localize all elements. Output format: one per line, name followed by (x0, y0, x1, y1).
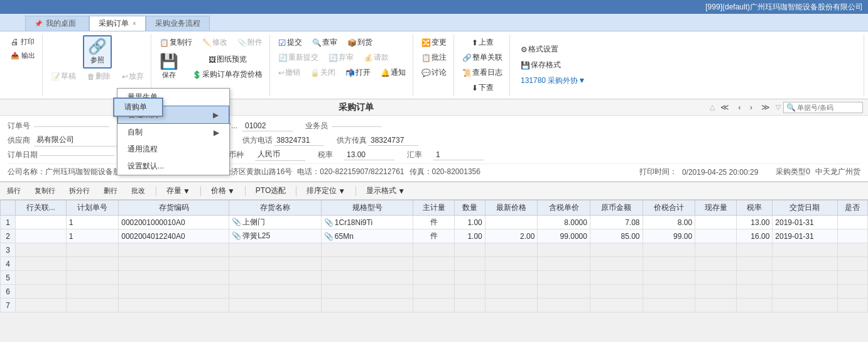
resubmit-button[interactable]: 🔄 重新提交 (274, 50, 323, 65)
change-button[interactable]: 🔀 变更 (417, 35, 451, 50)
insert-row-button[interactable]: 插行 (4, 184, 24, 197)
copy-row-button[interactable]: 复制行 (31, 184, 58, 197)
col-header-spec: 规格型号 (321, 201, 413, 216)
tab-desktop[interactable]: 📌 我的桌面 (25, 16, 89, 31)
nav-next-button[interactable]: › (747, 101, 756, 114)
menu-set-default[interactable]: 设置默认... (117, 158, 229, 175)
rate-item: 汇率 1 (407, 150, 484, 160)
price-dropdown[interactable]: 价格 ▼ (209, 184, 237, 197)
nav-last-button[interactable]: ≫ (758, 101, 773, 114)
delete-icon: 🗑 (87, 72, 95, 81)
merge-link-button[interactable]: 🔗 整单关联 (458, 50, 507, 65)
table-row-empty[interactable]: 5 (1, 271, 868, 285)
approve-button[interactable]: 批改 (128, 184, 148, 197)
attach-button[interactable]: 📎 附件 (233, 35, 267, 50)
supplier-value: 易有限公司 (34, 134, 128, 146)
inventory-dropdown[interactable]: 存量 ▼ (164, 184, 193, 197)
change-icon: 🔀 (421, 38, 431, 47)
table-row-empty[interactable]: 7 (1, 299, 868, 312)
copy-button[interactable]: 📋 复制行 (155, 35, 197, 50)
col-header-plannum: 计划单号 (66, 201, 119, 216)
purchase-type2-label: 采购类型0 (776, 167, 810, 177)
tab-bar: 📌 我的桌面 采购订单 × 采购业务流程 (0, 14, 868, 31)
tab-purchase-flow[interactable]: 采购业务流程 (146, 16, 210, 31)
view-log-button[interactable]: 📜 查看日志 (458, 65, 507, 80)
abandon-button[interactable]: ↩ 放弃 (117, 69, 148, 84)
notify-icon: 🔔 (381, 69, 390, 77)
nav-first-button[interactable]: ≪ (717, 101, 732, 114)
delete-row-button[interactable]: 删行 (100, 184, 121, 197)
table-toolbar-sep3 (245, 186, 246, 196)
cell-plan-num: 1 (66, 216, 119, 229)
toolbar-query-section: ⬆ 上查 🔗 整单关联 📜 查看日志 ⬇ 下查 (455, 34, 510, 96)
sub-menu-purchase-req[interactable]: 请购单 (114, 98, 163, 116)
preview-button[interactable]: 🖼 图纸预览 (188, 52, 267, 67)
output-button[interactable]: 📤 输出 (6, 49, 40, 62)
data-table-container: 行关联... 计划单号 存货编码 存货名称 规格型号 主计量 数量 最新价格 含… (0, 200, 868, 312)
save-format-button[interactable]: 💾 保存格式 (516, 58, 859, 72)
menu-self-made[interactable]: 自制 ▶ (117, 124, 229, 141)
format-settings-button[interactable]: ⚙ 格式设置 (516, 42, 859, 57)
annotate-button[interactable]: 📋 批注 (417, 50, 451, 65)
nav-search-box[interactable]: 🔍 (783, 102, 863, 113)
rate-label: 汇率 (407, 150, 432, 160)
split-row-button[interactable]: 拆分行 (66, 184, 93, 197)
format-icon: ⚙ (521, 45, 528, 54)
staff-item: 业务员 (305, 121, 382, 131)
print-button[interactable]: 🖨 打印 (6, 35, 39, 48)
cell-qty: 1.00 (455, 216, 485, 229)
submit-button[interactable]: ☑ 提交 (274, 35, 307, 50)
supplier-item: 供应商 易有限公司 (8, 134, 128, 146)
order-num-value (34, 125, 109, 127)
delete-button[interactable]: 🗑 删除 (83, 69, 115, 84)
tab-purchase-order[interactable]: 采购订单 × (89, 16, 146, 31)
table-row-empty[interactable]: 3 (1, 243, 868, 257)
abandon2-button[interactable]: 🔄 弃审 (324, 50, 358, 65)
draft-button[interactable]: 📝 草稿 (46, 69, 80, 84)
pto-dropdown[interactable]: PTO选配 (253, 184, 288, 197)
store-price-button[interactable]: 💲 采购订单存货价格 (188, 67, 267, 82)
save-button[interactable]: 💾 保存 (155, 51, 183, 83)
table-row[interactable]: 1 1 0002001000010A0 📎上侧门 📎1Cr18Ni9Ti 件 1… (1, 216, 868, 229)
row-num: 5 (1, 271, 16, 285)
tax-value: 13.00 (344, 150, 394, 160)
col-header-isyes: 是否 (837, 201, 867, 216)
sort-dropdown[interactable]: 排序定位 ▼ (304, 184, 348, 197)
search-input[interactable] (797, 104, 860, 111)
cell-tax-rate: 16.00 (737, 229, 773, 243)
ref-icon: 🔗 (88, 39, 107, 54)
up-query-button[interactable]: ⬆ 上查 (458, 35, 507, 50)
cell-inventory-name: 📎上侧门 (229, 216, 322, 229)
staff-label: 业务员 (305, 121, 330, 131)
tab-close-purchase-order[interactable]: × (133, 20, 136, 27)
table-row-empty[interactable]: 6 (1, 285, 868, 299)
down-query-button[interactable]: ⬇ 下查 (458, 80, 507, 95)
display-dropdown[interactable]: 显示格式 ▼ (364, 184, 408, 197)
nav-prev-button[interactable]: ‹ (735, 101, 744, 114)
modify-button[interactable]: ✏️ 修改 (198, 35, 232, 50)
cell-tax-price: 8.0000 (538, 216, 590, 229)
review-button[interactable]: 🔍 查审 (308, 35, 342, 50)
nav-up-icon: △ (710, 103, 715, 111)
close-button[interactable]: 🔒 关闭 (306, 65, 340, 80)
open-button[interactable]: 📬 打开 (341, 65, 375, 80)
format-value-button[interactable]: 131780 采购外协▼ (516, 74, 859, 88)
table-row[interactable]: 2 1 0002004012240A0 📎弹簧L25 📎65Mn 件 1.00 … (1, 229, 868, 243)
review-icon: 🔍 (312, 38, 322, 47)
reject-icon: 💰 (364, 53, 373, 62)
discuss-button[interactable]: 💬 讨论 (417, 65, 451, 80)
arrive-button[interactable]: 📦 到货 (343, 35, 377, 50)
cell-unit: 件 (413, 229, 455, 243)
reject-button[interactable]: 💰 请款 (359, 50, 393, 65)
row-num: 2 (1, 229, 16, 243)
ref-button[interactable]: 🔗 参照 (83, 35, 112, 69)
cell-tax-price: 99.0000 (538, 229, 590, 243)
menu-common-flow[interactable]: 通用流程 (117, 141, 229, 158)
cell-tax-rate: 13.00 (737, 216, 773, 229)
order-date-item: 订单日期 (8, 150, 114, 160)
save-format-icon: 💾 (521, 61, 530, 70)
notify-button[interactable]: 🔔 通知 (376, 65, 410, 80)
table-row-empty[interactable]: 4 (1, 257, 868, 271)
cell-unit: 件 (413, 216, 455, 229)
cancel-button[interactable]: ↩ 撤销 (274, 65, 305, 80)
